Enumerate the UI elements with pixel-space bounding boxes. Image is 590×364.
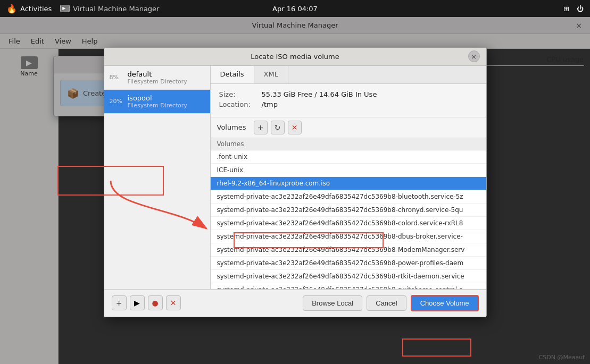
detail-size-label: Size: — [219, 90, 262, 98]
footer-add-button[interactable]: + — [112, 295, 127, 310]
activities-label: Activities — [20, 5, 52, 13]
iso-dialog: Locate ISO media volume × 8% default Fil… — [104, 47, 487, 317]
volumes-section: Volumes + ↻ ✕ Volumes .font-unix ICE-uni… — [211, 117, 486, 289]
detail-panel: Details XML Size: 55.33 GiB Free / 14.64… — [211, 66, 486, 289]
tab-xml[interactable]: XML — [254, 66, 288, 83]
volume-list[interactable]: .font-unix ICE-unix rhel-9.2-x86_64-linu… — [211, 150, 486, 289]
activities-icon: 🔥 — [6, 4, 17, 14]
volume-delete-button[interactable]: ✕ — [288, 121, 302, 134]
storage-panel: 8% default Filesystem Directory 20% isop… — [104, 66, 211, 289]
footer-play-button[interactable]: ▶ — [130, 295, 145, 310]
browse-local-button[interactable]: Browse Local — [303, 295, 362, 311]
overlay: Locate ISO media volume × 8% default Fil… — [0, 0, 590, 364]
storage-type-isopool: Filesystem Directory — [128, 102, 205, 109]
tab-details[interactable]: Details — [211, 66, 254, 83]
storage-item-default[interactable]: 8% default Filesystem Directory — [104, 66, 210, 90]
iso-dialog-title: Locate ISO media volume — [251, 53, 339, 61]
detail-size-value: 55.33 GiB Free / 14.64 GiB In Use — [262, 90, 377, 98]
vmm-icon — [60, 5, 70, 12]
volumes-header: Volumes + ↻ ✕ — [211, 117, 486, 138]
volume-item[interactable]: .font-unix — [211, 150, 486, 164]
storage-info-isopool: isopool Filesystem Directory — [128, 94, 205, 109]
storage-pct-isopool: 20% — [110, 98, 124, 105]
storage-type-default: Filesystem Directory — [128, 78, 205, 85]
volumes-label: Volumes — [217, 123, 246, 131]
volume-item[interactable]: systemd-private-ac3e232af26e49dfa6835427… — [211, 257, 486, 270]
footer-stop-button[interactable]: ✕ — [166, 295, 181, 310]
volume-item[interactable]: ICE-unix — [211, 164, 486, 177]
storage-name-default: default — [128, 70, 205, 78]
volume-item[interactable]: systemd-private-ac3e232af26e49dfa6835427… — [211, 217, 486, 230]
taskbar-power-icon[interactable]: ⏻ — [577, 5, 584, 13]
detail-info: Size: 55.33 GiB Free / 14.64 GiB In Use … — [211, 84, 486, 117]
taskbar-datetime: Apr 16 04:07 — [272, 5, 318, 13]
detail-location-value: /tmp — [262, 100, 278, 108]
volume-item[interactable]: systemd-private-ac3e232af26e49dfa6835427… — [211, 283, 486, 289]
volume-item[interactable]: systemd-private-ac3e232af26e49dfa6835427… — [211, 243, 486, 257]
taskbar: 🔥 Activities Virtual Machine Manager Apr… — [0, 0, 590, 17]
volume-item[interactable]: systemd-private-ac3e232af26e49dfa6835427… — [211, 230, 486, 243]
detail-tabs: Details XML — [211, 66, 486, 84]
iso-close-button[interactable]: × — [468, 50, 480, 62]
volume-list-header: Volumes — [211, 138, 486, 150]
storage-item-isopool[interactable]: 20% isopool Filesystem Directory — [104, 90, 210, 114]
choose-volume-button[interactable]: Choose Volume — [411, 295, 479, 311]
volume-refresh-button[interactable]: ↻ — [271, 121, 285, 134]
footer-record-button[interactable]: ● — [148, 295, 163, 310]
iso-titlebar: Locate ISO media volume × — [104, 48, 486, 66]
detail-location-row: Location: /tmp — [219, 100, 478, 108]
volume-item-selected[interactable]: rhel-9.2-x86_64-linuxprobe.com.iso — [211, 177, 486, 190]
activities-button[interactable]: 🔥 Activities — [6, 4, 52, 14]
volume-item[interactable]: systemd-private-ac3e232af26e49dfa6835427… — [211, 270, 486, 283]
storage-info-default: default Filesystem Directory — [128, 70, 205, 85]
iso-footer: + ▶ ● ✕ Browse Local Cancel Choose Volum… — [104, 289, 486, 317]
taskbar-right: ⊞ ⏻ — [563, 5, 584, 13]
storage-pct-default: 8% — [110, 74, 124, 81]
cancel-button[interactable]: Cancel — [367, 295, 406, 311]
storage-name-isopool: isopool — [128, 94, 205, 102]
volume-item[interactable]: systemd-private-ac3e232af26e49dfa6835427… — [211, 190, 486, 204]
detail-size-row: Size: 55.33 GiB Free / 14.64 GiB In Use — [219, 90, 478, 98]
detail-location-label: Location: — [219, 100, 262, 108]
footer-left-buttons: + ▶ ● ✕ — [112, 295, 181, 310]
vmm-taskbar-item[interactable]: Virtual Machine Manager — [60, 5, 159, 13]
volume-add-button[interactable]: + — [254, 121, 268, 134]
iso-body: 8% default Filesystem Directory 20% isop… — [104, 66, 486, 289]
vmm-taskbar-label: Virtual Machine Manager — [73, 5, 159, 13]
taskbar-grid-icon[interactable]: ⊞ — [563, 5, 569, 13]
volume-item[interactable]: systemd-private-ac3e232af26e49dfa6835427… — [211, 204, 486, 217]
